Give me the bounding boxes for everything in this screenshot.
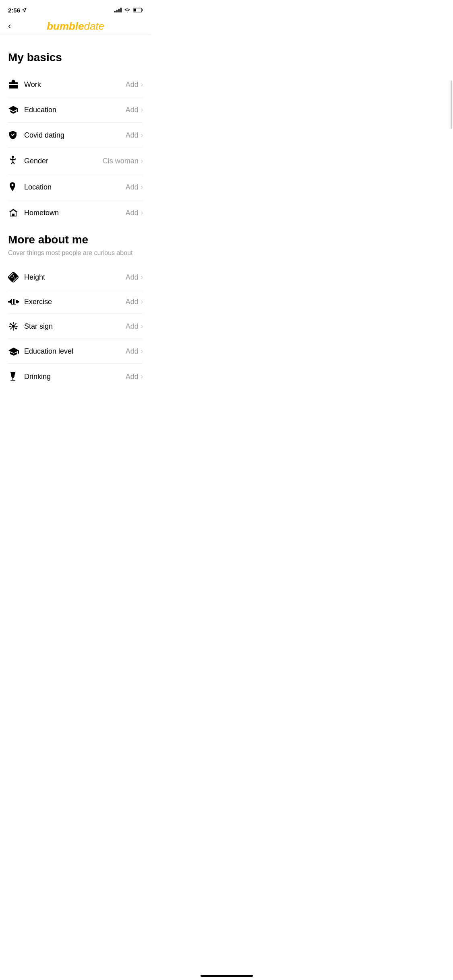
svg-line-11 [15,159,16,160]
svg-line-32 [15,328,16,329]
work-label: Work [24,80,126,89]
gender-chevron: › [141,157,143,165]
location-arrow-icon [22,8,27,12]
list-item-work[interactable]: Work Add › [8,72,143,97]
wine-icon [8,371,24,382]
covid-dating-label: Covid dating [24,131,126,140]
wifi-icon [124,8,130,12]
list-item-education[interactable]: Education Add › [8,97,143,123]
svg-line-10 [10,159,11,160]
status-time: 2:56 [8,7,27,14]
signal-icon [114,8,122,12]
list-item-drinking[interactable]: Drinking Add › [8,364,143,389]
header-title-date: date [84,20,104,32]
graduation-cap-icon [8,346,24,356]
list-item-star-sign[interactable]: Star sign Add › [8,314,143,339]
list-item-gender[interactable]: Gender Cis woman › [8,148,143,174]
hometown-chevron: › [141,209,143,216]
back-button[interactable]: ‹ [8,22,11,31]
list-item-location[interactable]: Location Add › [8,174,143,200]
svg-rect-19 [10,300,11,303]
svg-rect-12 [8,272,19,282]
education-level-value: Add [126,347,139,356]
education-chevron: › [141,106,143,113]
battery-icon [133,8,143,12]
more-about-me-title: More about me [8,233,143,246]
gender-icon [8,155,24,167]
work-icon [8,79,24,90]
svg-point-34 [16,328,17,329]
covid-dating-chevron: › [141,132,143,139]
location-value: Add [126,183,139,191]
location-chevron: › [141,183,143,191]
list-item-education-level[interactable]: Education level Add › [8,339,143,364]
svg-line-29 [15,323,16,325]
star-sign-value: Add [126,322,139,331]
exercise-label: Exercise [24,298,126,306]
list-item-hometown[interactable]: Hometown Add › [8,200,143,225]
content: My basics Work Add › [0,35,151,406]
education-label: Education [24,106,126,114]
education-level-chevron: › [141,348,143,355]
education-icon [8,105,24,115]
svg-line-30 [10,328,12,329]
height-chevron: › [141,274,143,281]
svg-rect-20 [16,300,18,303]
exercise-value: Add [126,298,139,306]
list-item-exercise[interactable]: Exercise Add › [8,290,143,314]
gender-label: Gender [24,157,103,165]
svg-rect-3 [134,9,136,12]
more-about-me-section: More about me Cover things most people a… [8,233,143,389]
covid-dating-value: Add [126,131,139,140]
height-label: Height [24,273,126,282]
star-sign-chevron: › [141,323,143,330]
drinking-chevron: › [141,373,143,380]
location-icon [8,181,24,193]
svg-point-33 [10,324,11,325]
svg-rect-2 [142,9,143,11]
header: ‹ bumbledate [0,18,151,35]
header-title: bumbledate [47,20,104,33]
svg-marker-0 [23,8,27,12]
status-bar: 2:56 [0,0,151,18]
location-label: Location [24,183,126,191]
hometown-icon [8,208,24,218]
star-sign-label: Star sign [24,322,126,331]
svg-point-5 [12,156,14,158]
ruler-icon [8,272,24,282]
svg-rect-23 [13,299,14,305]
exercise-icon [8,297,24,306]
starsign-icon [8,321,24,331]
hometown-label: Hometown [24,209,126,217]
work-chevron: › [141,81,143,88]
my-basics-section: My basics Work Add › [8,51,143,225]
gender-value: Cis woman [103,157,139,165]
svg-point-24 [12,325,14,327]
education-level-label: Education level [24,347,126,356]
exercise-chevron: › [141,298,143,305]
status-icons [114,8,143,12]
height-value: Add [126,273,139,282]
svg-line-31 [10,323,12,325]
list-item-height[interactable]: Height Add › [8,265,143,290]
hometown-value: Add [126,209,139,217]
education-value: Add [126,106,139,114]
drinking-value: Add [126,373,139,381]
svg-line-9 [13,162,14,164]
my-basics-title: My basics [8,51,143,64]
shield-icon [8,130,24,140]
list-item-covid-dating[interactable]: Covid dating Add › [8,123,143,148]
more-about-me-subtitle: Cover things most people are curious abo… [8,249,143,257]
header-title-bumble: bumble [47,20,84,32]
svg-rect-4 [9,82,18,83]
drinking-label: Drinking [24,373,126,381]
work-value: Add [126,80,139,89]
